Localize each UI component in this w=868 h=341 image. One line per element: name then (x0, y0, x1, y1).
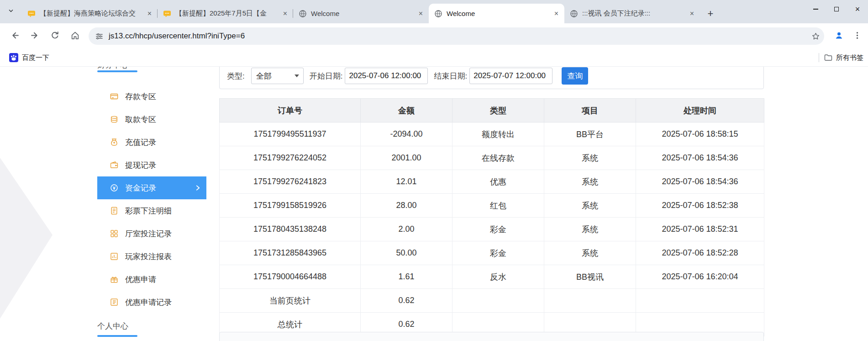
sidebar-item-hall[interactable]: 厅室投注记录 (97, 222, 206, 245)
column-header: 类型 (452, 99, 544, 123)
type-select-value: 全部 (256, 71, 272, 81)
hall-icon (110, 229, 118, 238)
browser-tab[interactable]: Welcome× (429, 4, 564, 23)
bookmarks-right-cluster: 所有书签 (819, 53, 863, 62)
all-bookmarks-button[interactable]: 所有书签 (824, 53, 863, 62)
report-icon (110, 252, 118, 261)
minimize-button[interactable] (805, 0, 826, 18)
project-cell: 系统 (544, 146, 636, 170)
back-button[interactable] (5, 27, 24, 45)
type-label: 类型: (227, 71, 245, 81)
sidebar-item-lottery[interactable]: 彩票下注明细 (97, 199, 206, 222)
funds-icon (110, 184, 118, 192)
tab-close-icon[interactable]: × (281, 9, 289, 18)
close-window-icon: × (855, 5, 860, 13)
refresh-button[interactable] (46, 27, 64, 45)
url-text[interactable]: js13.cc/hhcp/usercenter.html?iniType=6 (109, 32, 245, 41)
project-cell (544, 289, 636, 313)
site-settings-icon[interactable] (95, 32, 104, 41)
arrow-right-icon (30, 31, 40, 42)
pagination-bar (219, 332, 764, 341)
bookmark-star-icon[interactable] (811, 32, 821, 41)
section-underline (97, 70, 137, 72)
sidebar-item-recharge[interactable]: 充值记录 (97, 131, 206, 154)
background-watermark (0, 158, 53, 319)
tab-close-icon[interactable]: × (416, 9, 425, 18)
arrow-left-icon (10, 31, 20, 42)
time-cell: 2025-07-06 16:20:04 (636, 265, 764, 289)
three-dots-icon (852, 31, 862, 42)
close-window-button[interactable]: × (847, 0, 868, 18)
amount-cell: 2.00 (361, 218, 452, 241)
amount-cell: 2001.00 (361, 146, 452, 170)
sidebar-item-gift[interactable]: 优惠申请 (97, 268, 206, 291)
profile-button[interactable] (830, 27, 848, 45)
browser-tab[interactable]: 【新提醒】海燕策略论坛综合交× (22, 4, 158, 23)
browser-window: 【新提醒】海燕策略论坛综合交×【新提醒】2025年7月5日【金×Welcome×… (0, 0, 868, 341)
project-cell: 系统 (544, 170, 636, 194)
table-header-row: 订单号金额类型项目处理时间 (220, 99, 764, 123)
start-date-input[interactable] (345, 68, 428, 84)
end-date-label: 结束日期: (434, 71, 467, 81)
project-cell: 系统 (544, 218, 636, 241)
sidebar-item-funds[interactable]: 资金记录 (97, 176, 206, 199)
sidebar-item-withdraw[interactable]: 取款专区 (97, 108, 206, 131)
minimize-icon (813, 9, 818, 10)
tab-close-icon[interactable]: × (552, 9, 561, 18)
sidebar-item-report[interactable]: 玩家投注报表 (97, 245, 206, 268)
page-content: 财务中心 存款专区取款专区充值记录提现记录资金记录彩票下注明细厅室投注记录玩家投… (0, 67, 868, 341)
tab-close-icon[interactable]: × (145, 9, 154, 18)
type-cell: 反水 (452, 265, 544, 289)
bookmarks-separator (819, 53, 819, 62)
tab-title: 【新提醒】海燕策略论坛综合交 (40, 9, 141, 18)
sidebar-item-deposit[interactable]: 存款专区 (97, 85, 206, 108)
tab-title: 【新提醒】2025年7月5日【金 (175, 9, 277, 18)
tab-bar: 【新提醒】海燕策略论坛综合交×【新提醒】2025年7月5日【金×Welcome×… (0, 0, 868, 23)
column-header: 订单号 (220, 99, 361, 123)
window-controls: × (805, 0, 868, 18)
browser-tab[interactable]: Welcome× (293, 4, 429, 23)
sidebar-item-label: 存款专区 (125, 91, 156, 102)
tab-title: :::视讯 会员下注纪录::: (582, 9, 684, 18)
filter-bar: 类型: 全部 开始日期: 结束日期: 查询 (219, 67, 764, 89)
home-button[interactable] (66, 27, 84, 45)
amount-cell: 12.01 (361, 170, 452, 194)
forward-button[interactable] (26, 27, 44, 45)
project-cell: BB平台 (544, 123, 636, 146)
type-select[interactable]: 全部 (251, 68, 304, 84)
end-date-input[interactable] (469, 68, 552, 84)
tab-title: Welcome (311, 10, 412, 17)
sidebar-item-label: 资金记录 (125, 183, 156, 193)
table-row: 17517900046644881.61反水BB视讯2025-07-06 16:… (220, 265, 764, 289)
start-date-label: 开始日期: (310, 71, 343, 81)
lottery-icon (110, 207, 118, 215)
browser-tab[interactable]: 【新提醒】2025年7月5日【金× (158, 4, 293, 23)
maximize-button[interactable] (826, 0, 847, 18)
query-button[interactable]: 查询 (562, 67, 588, 85)
chevron-down-icon (8, 8, 14, 16)
amount-cell: 28.00 (361, 194, 452, 218)
url-bar[interactable]: js13.cc/hhcp/usercenter.html?iniType=6 (89, 27, 824, 45)
time-cell: 2025-07-06 18:52:38 (636, 194, 764, 218)
bookmark-label: 百度一下 (22, 53, 49, 62)
recharge-icon (110, 138, 118, 146)
browser-menu-button[interactable] (850, 27, 864, 45)
order-id-cell: 1751780435138248 (220, 218, 361, 241)
tab-close-icon[interactable]: × (688, 9, 696, 18)
type-cell: 彩金 (452, 241, 544, 265)
new-tab-button[interactable]: + (704, 7, 717, 21)
bookmarks-bar: 百度一下 所有书签 (0, 49, 868, 67)
type-cell: 红包 (452, 194, 544, 218)
sidebar-item-promolist[interactable]: 优惠申请记录 (97, 291, 206, 314)
fund-records-table: 订单号金额类型项目处理时间 1751799495511937-2094.00额度… (219, 98, 764, 336)
tab-search-button[interactable] (5, 6, 17, 18)
browser-tab[interactable]: :::视讯 会员下注纪录:::× (564, 4, 700, 23)
amount-cell: -2094.00 (361, 123, 452, 146)
time-cell: 2025-07-06 18:54:36 (636, 170, 764, 194)
time-cell: 2025-07-06 18:52:31 (636, 218, 764, 241)
sidebar-item-label: 取款专区 (125, 114, 156, 125)
column-header: 处理时间 (636, 99, 764, 123)
bookmark-baidu[interactable]: 百度一下 (6, 52, 52, 64)
sidebar-item-cashout[interactable]: 提现记录 (97, 154, 206, 176)
amount-cell: 50.00 (361, 241, 452, 265)
